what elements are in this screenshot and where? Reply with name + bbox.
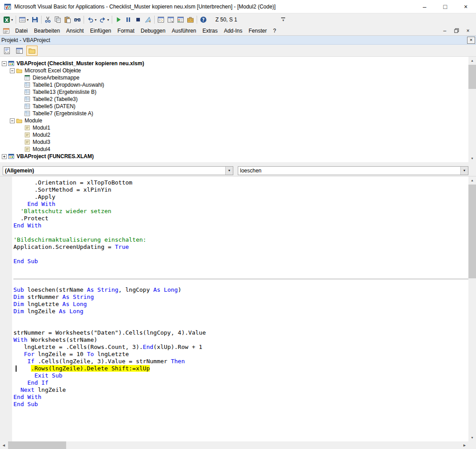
close-button[interactable]: ×: [455, 0, 476, 13]
code-line[interactable]: strNummer = Worksheets("Daten").Cells(ln…: [13, 329, 468, 336]
code-line[interactable]: End Sub: [13, 258, 468, 265]
code-vertical-scrollbar[interactable]: ▲ ▼: [468, 176, 476, 441]
object-dropdown[interactable]: (Allgemein) ▼: [3, 166, 233, 175]
view-object-button[interactable]: [14, 46, 25, 56]
tree-scrollbar[interactable]: ▲ ▼: [468, 57, 476, 162]
maximize-button[interactable]: □: [435, 0, 455, 13]
menu-item-help[interactable]: ?: [270, 26, 279, 35]
tree-item[interactable]: Tabelle13 (Ergebnisliste B): [0, 88, 476, 96]
scrollbar-thumb[interactable]: [8, 441, 66, 449]
code-line[interactable]: .Protect: [13, 215, 468, 222]
insert-object-button[interactable]: ▾: [17, 15, 30, 25]
dropdown-arrow-icon[interactable]: ▾: [27, 18, 29, 22]
tree-item[interactable]: Tabelle1 (Dropdown-Auswahl): [0, 81, 476, 88]
code-line[interactable]: [13, 229, 468, 236]
code-line[interactable]: .Orientation = xlTopToBottom: [13, 179, 468, 186]
help-button[interactable]: ?: [198, 15, 208, 25]
code-line[interactable]: 'Bildschirmaktualisierung einschalten:: [13, 236, 468, 243]
tree-item[interactable]: Tabelle2 (Tabelle3): [0, 96, 476, 103]
code-line[interactable]: .Apply: [13, 193, 468, 201]
tree-item[interactable]: Modul2: [0, 131, 476, 138]
toggle-folders-button[interactable]: [26, 46, 38, 56]
toolbar-overflow-button[interactable]: ▾: [280, 17, 287, 22]
code-line[interactable]: [13, 265, 468, 272]
code-editor[interactable]: .Orientation = xlTopToBottom .SortMethod…: [12, 176, 468, 441]
code-line[interactable]: [13, 272, 468, 279]
view-code-button[interactable]: [1, 46, 13, 56]
tree-item[interactable]: Tabelle7 (Ergebnisliste A): [0, 110, 476, 117]
code-line[interactable]: For lngZeile = 10 To lngLetzte: [13, 351, 468, 358]
code-line[interactable]: If .Cells(lngZeile, 3).Value = strNummer…: [13, 358, 468, 365]
scrollbar-down-button[interactable]: ▼: [468, 155, 476, 162]
project-explorer-header[interactable]: Projekt - VBAProject ×: [0, 36, 476, 45]
tree-item[interactable]: VBAProject (Checklist_Muster kopieren ne…: [0, 60, 476, 67]
code-line[interactable]: Dim lngZeile As Long: [13, 308, 468, 315]
project-explorer-button[interactable]: [156, 15, 166, 25]
menu-item-format[interactable]: Format: [114, 26, 138, 35]
code-line[interactable]: With Worksheets(strName): [13, 336, 468, 344]
scrollbar-thumb[interactable]: [468, 185, 476, 278]
design-mode-button[interactable]: [143, 15, 153, 25]
procedure-dropdown[interactable]: loeschen ▼: [238, 166, 468, 175]
find-button[interactable]: [72, 15, 82, 25]
save-button[interactable]: [30, 15, 40, 25]
project-explorer-close-button[interactable]: ×: [467, 37, 475, 44]
scrollbar-thumb[interactable]: [468, 65, 476, 89]
code-line[interactable]: 'Blattschutz wieder setzen: [13, 208, 468, 215]
scrollbar-right-button[interactable]: ▶: [461, 441, 468, 449]
code-line[interactable]: Dim lngLetzte As Long: [13, 301, 468, 308]
menu-item-fenster[interactable]: Fenster: [245, 26, 270, 35]
view-excel-button[interactable]: X▾: [2, 15, 14, 25]
tree-item[interactable]: Modul1: [0, 124, 476, 131]
collapse-toggle-icon[interactable]: [10, 118, 15, 123]
toolbox-button[interactable]: [185, 15, 195, 25]
menu-item-datei[interactable]: Datei: [12, 26, 31, 35]
minimize-button[interactable]: –: [414, 0, 435, 13]
collapse-toggle-icon[interactable]: [2, 61, 7, 66]
run-button[interactable]: [114, 15, 123, 25]
mdi-close-button[interactable]: ×: [463, 27, 472, 34]
code-margin-indicator-bar[interactable]: [0, 176, 12, 441]
scrollbar-down-button[interactable]: ▼: [468, 434, 476, 441]
code-line[interactable]: Dim strNummer As String: [13, 294, 468, 301]
tree-item[interactable]: VBAProject (FUNCRES.XLAM): [0, 153, 476, 160]
code-line[interactable]: [13, 251, 468, 258]
code-line[interactable]: End With: [13, 201, 468, 208]
code-horizontal-scrollbar[interactable]: ◀ ▶: [0, 441, 468, 449]
code-line[interactable]: End With: [13, 394, 468, 401]
dropdown-arrow-icon[interactable]: ▾: [95, 18, 97, 22]
mdi-restore-button[interactable]: [452, 27, 461, 34]
menu-item-addins[interactable]: Add-Ins: [221, 26, 245, 35]
code-line[interactable]: [13, 279, 468, 286]
menu-item-einfgen[interactable]: Einfügen: [87, 26, 114, 35]
redo-button[interactable]: ▾: [98, 15, 110, 25]
code-line[interactable]: lngLetzte = .Cells(Rows.Count, 3).End(xl…: [13, 344, 468, 351]
code-line[interactable]: .Rows(lngZeile).Delete Shift:=xlUp: [13, 365, 468, 372]
code-line[interactable]: End Sub: [13, 401, 468, 408]
tree-item[interactable]: Module: [0, 117, 476, 124]
paste-button[interactable]: [63, 15, 72, 25]
dropdown-arrow-icon[interactable]: ▾: [107, 18, 109, 22]
code-line[interactable]: Application.ScreenUpdating = True: [13, 243, 468, 251]
code-line[interactable]: End If: [13, 379, 468, 386]
dropdown-arrow-icon[interactable]: ▾: [11, 18, 13, 22]
expand-toggle-icon[interactable]: [2, 154, 7, 159]
properties-window-button[interactable]: [166, 15, 176, 25]
tree-item[interactable]: Modul3: [0, 138, 476, 146]
scrollbar-up-button[interactable]: ▲: [468, 57, 476, 64]
mdi-minimize-button[interactable]: –: [440, 27, 449, 34]
menu-item-extras[interactable]: Extras: [199, 26, 221, 35]
reset-button[interactable]: [133, 15, 143, 25]
tree-item[interactable]: Tabelle5 (DATEN): [0, 103, 476, 110]
copy-button[interactable]: [53, 15, 63, 25]
code-line[interactable]: [13, 322, 468, 329]
object-browser-button[interactable]: [176, 15, 185, 25]
tree-item[interactable]: Modul4: [0, 146, 476, 153]
code-line[interactable]: Next lngZeile: [13, 386, 468, 394]
code-line[interactable]: Sub loeschen(strName As String, lngCopy …: [13, 286, 468, 294]
menu-item-ausfhren[interactable]: Ausführen: [168, 26, 199, 35]
collapse-toggle-icon[interactable]: [10, 68, 15, 73]
code-line[interactable]: .SortMethod = xlPinYin: [13, 186, 468, 193]
chevron-down-icon[interactable]: ▼: [460, 167, 468, 175]
undo-button[interactable]: ▾: [85, 15, 98, 25]
